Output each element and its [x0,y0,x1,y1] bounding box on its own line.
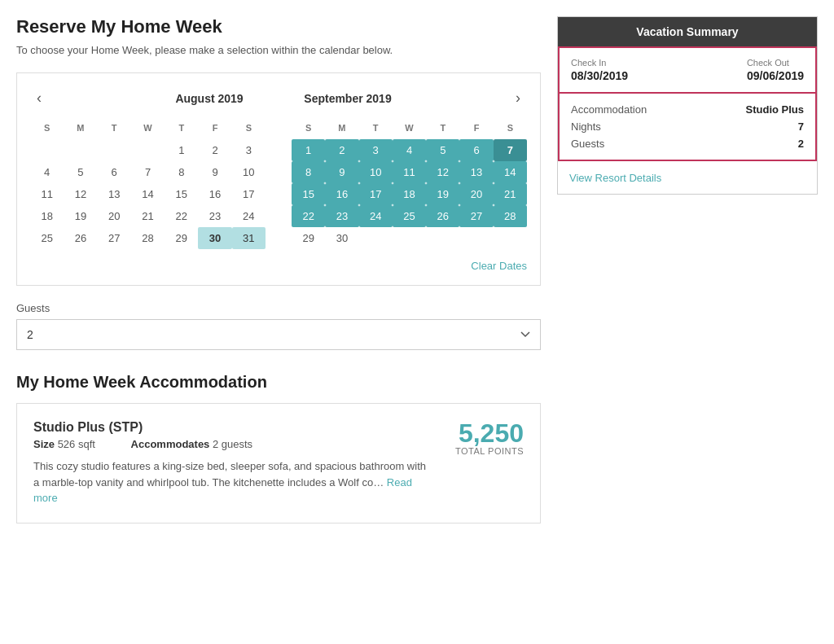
aug-day-19[interactable]: 19 [64,205,97,227]
vs-check-out: Check Out 09/06/2019 [747,58,804,82]
vs-guests-row: Guests 2 [571,138,804,150]
sep-day-18[interactable]: 18 [393,183,426,205]
sep-day-4[interactable]: 4 [393,139,426,161]
aug-day-10[interactable]: 10 [232,161,266,183]
aug-day-11[interactable]: 11 [30,183,64,205]
aug-day-18[interactable]: 18 [30,205,64,227]
sidebar: Vacation Summary Check In 08/30/2019 Che… [557,16,818,628]
vs-accommodation-row: Accommodation Studio Plus [571,103,804,116]
aug-day-31[interactable]: 31 [232,227,266,249]
vs-check-in-label: Check In [571,58,628,68]
september-calendar: S M T W T F S 1 2 3 4 5 [292,120,527,249]
clear-dates-link[interactable]: Clear Dates [471,260,527,272]
sep-day-3[interactable]: 3 [359,139,393,161]
acc-description: This cozy studio features a king-size be… [33,458,426,506]
sep-day-16[interactable]: 16 [325,183,358,205]
sep-dow-row: S M T W T F S [292,120,527,136]
accommodation-section-title: My Home Week Accommodation [16,373,541,392]
aug-day-15[interactable]: 15 [165,183,198,205]
aug-day-17[interactable]: 17 [232,183,266,205]
sep-day-27[interactable]: 27 [459,205,493,227]
aug-day-4[interactable]: 4 [30,161,64,183]
aug-day-29[interactable]: 29 [165,227,198,249]
aug-day-7[interactable]: 7 [131,161,165,183]
vs-check-in-value: 08/30/2019 [571,69,628,82]
guests-select[interactable]: 1 2 3 4 5 6 [16,319,541,350]
sep-day-8[interactable]: 8 [292,161,325,183]
sep-day-23[interactable]: 23 [325,205,358,227]
aug-day-24[interactable]: 24 [232,205,266,227]
vs-dates: Check In 08/30/2019 Check Out 09/06/2019 [558,46,817,94]
aug-day-27[interactable]: 27 [98,227,131,249]
sep-day-22[interactable]: 22 [292,205,325,227]
acc-points: 5,250 TOTAL POINTS [426,420,524,456]
aug-day-13[interactable]: 13 [98,183,131,205]
aug-day-2[interactable]: 2 [198,139,231,161]
sep-day-21[interactable]: 21 [494,183,527,205]
vs-resort-link[interactable]: View Resort Details [569,172,661,184]
aug-days-grid: 1 2 3 4 5 6 7 8 9 10 11 12 13 [30,139,266,249]
vs-nights-label: Nights [571,120,601,133]
page-title: Reserve My Home Week [16,16,541,37]
aug-day-5[interactable]: 5 [64,161,97,183]
sep-day-10[interactable]: 10 [359,161,393,183]
sep-day-19[interactable]: 19 [426,183,459,205]
sep-day-5[interactable]: 5 [426,139,459,161]
aug-day-12[interactable]: 12 [64,183,97,205]
aug-day-26[interactable]: 26 [64,227,97,249]
aug-day-23[interactable]: 23 [198,205,231,227]
aug-day-21[interactable]: 21 [131,205,165,227]
guests-section: Guests 1 2 3 4 5 6 [16,302,541,350]
page-subtitle: To choose your Home Week, please make a … [16,44,541,56]
aug-day-22[interactable]: 22 [165,205,198,227]
aug-day-16[interactable]: 16 [198,183,231,205]
calendar-container: ‹ August 2019 September 2019 › S M T W T [16,72,541,286]
sep-day-24[interactable]: 24 [359,205,393,227]
aug-day-28[interactable]: 28 [131,227,165,249]
sep-day-30[interactable]: 30 [325,227,358,249]
vs-guests-value: 2 [798,138,804,150]
sep-day-9[interactable]: 9 [325,161,358,183]
vs-check-in: Check In 08/30/2019 [571,58,628,82]
sep-day-14[interactable]: 14 [494,161,527,183]
clear-dates-row: Clear Dates [30,259,527,272]
sep-day-13[interactable]: 13 [459,161,493,183]
sep-day-26[interactable]: 26 [426,205,459,227]
vs-nights-row: Nights 7 [571,120,804,133]
vs-guests-label: Guests [571,138,604,150]
vs-check-out-label: Check Out [747,58,804,68]
aug-day-8[interactable]: 8 [165,161,198,183]
acc-card-meta: Size 526 sqft Accommodates 2 guests [33,438,426,450]
sep-day-12[interactable]: 12 [426,161,459,183]
aug-day-25[interactable]: 25 [30,227,64,249]
acc-card-info: Studio Plus (STP) Size 526 sqft Accommod… [33,420,426,506]
calendar-months: August 2019 September 2019 [48,92,509,105]
sep-day-29[interactable]: 29 [292,227,325,249]
acc-size: Size 526 sqft [33,438,115,450]
aug-day-3[interactable]: 3 [232,139,266,161]
sep-day-6[interactable]: 6 [459,139,493,161]
vs-check-out-value: 09/06/2019 [747,69,804,82]
sep-day-17[interactable]: 17 [359,183,393,205]
aug-day-6[interactable]: 6 [98,161,131,183]
sep-day-1[interactable]: 1 [292,139,325,161]
prev-month-button[interactable]: ‹ [30,86,48,110]
month1-title: August 2019 [156,92,262,105]
points-number: 5,250 [426,420,524,446]
vs-details: Accommodation Studio Plus Nights 7 Guest… [558,94,817,161]
aug-day-14[interactable]: 14 [131,183,165,205]
aug-day-1[interactable]: 1 [165,139,198,161]
sep-day-2[interactable]: 2 [325,139,358,161]
aug-day-20[interactable]: 20 [98,205,131,227]
sep-day-11[interactable]: 11 [393,161,426,183]
sep-day-25[interactable]: 25 [393,205,426,227]
aug-day-30[interactable]: 30 [198,227,231,249]
sep-days-grid: 1 2 3 4 5 6 7 8 9 10 11 12 13 1 [292,139,527,249]
aug-day-9[interactable]: 9 [198,161,231,183]
calendars-grid: S M T W T F S 1 2 [30,120,527,249]
sep-day-20[interactable]: 20 [459,183,493,205]
sep-day-28[interactable]: 28 [494,205,527,227]
sep-day-7[interactable]: 7 [494,139,527,161]
next-month-button[interactable]: › [509,86,527,110]
sep-day-15[interactable]: 15 [292,183,325,205]
